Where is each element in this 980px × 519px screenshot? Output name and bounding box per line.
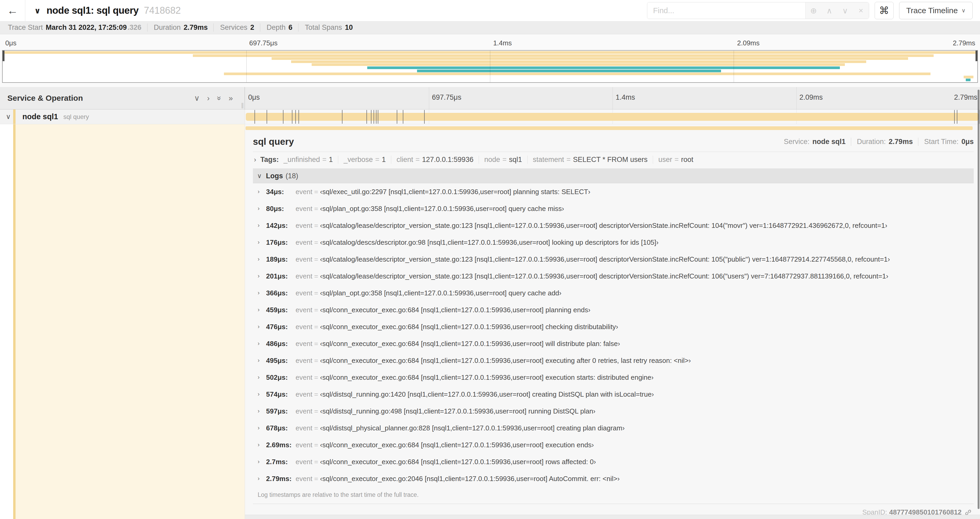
jaeger-trace-timeline-page: ← ∨ node sql1: sql query 7418682 ⊕ ∧ ∨ ×… [0, 0, 980, 519]
log-marker-tick [374, 110, 374, 124]
viewport-left-handle[interactable] [3, 51, 5, 61]
span-meta: Service:node sql1Duration:2.79msStart Ti… [784, 138, 974, 146]
log-entry[interactable]: ›597μs:event=‹sql/distsql_running.go:498… [253, 403, 974, 420]
log-entry[interactable]: ›366μs:event=‹sql/plan_opt.go:358 [nsql1… [253, 284, 974, 302]
ruler-tick-label: 697.75μs [246, 39, 278, 47]
log-marker-tick [397, 110, 397, 124]
minimap-span-bar [272, 57, 908, 60]
keyboard-shortcuts-button[interactable]: ⌘ [875, 2, 894, 19]
service-name: node sql1 [22, 112, 58, 121]
log-entry[interactable]: ›495μs:event=‹sql/conn_executor_exec.go:… [253, 352, 974, 369]
find-next-button[interactable]: ∨ [837, 2, 853, 19]
log-entry[interactable]: ›2.7ms:event=‹sql/conn_executor_exec.go:… [253, 454, 974, 470]
find-control: ⊕ ∧ ∨ × [647, 2, 869, 19]
log-timestamp: 201μs: [266, 272, 296, 280]
log-field-key: event [296, 374, 312, 382]
span-meta-value: 2.79ms [889, 138, 913, 146]
ruler-tick-label: 1.4ms [490, 39, 512, 47]
tags-label: Tags: [260, 156, 279, 164]
ruler-tick-label: 2.09ms [796, 93, 823, 102]
log-message: ‹sql/catalog/lease/descriptor_version_st… [320, 272, 888, 280]
timeline-collapse-one-button[interactable]: ∨ [194, 94, 200, 102]
chevron-right-icon: › [258, 289, 266, 296]
log-timestamp: 2.69ms: [266, 441, 296, 449]
log-marker-tick [957, 110, 957, 124]
locate-span-button[interactable]: ⊕ [806, 2, 821, 19]
trace-info-item: Duration2.79ms [147, 24, 208, 32]
log-entry[interactable]: ›486μs:event=‹sql/conn_executor_exec.go:… [253, 335, 974, 352]
tags-row[interactable]: › Tags: _unfinished=1_verbose=1client=12… [253, 152, 974, 166]
logs-header[interactable]: ∨ Logs (18) [253, 169, 974, 183]
log-entry[interactable]: ›34μs:event=‹sql/exec_util.go:2297 [nsql… [253, 183, 974, 200]
timeline-expand-all-button[interactable]: » [229, 94, 233, 102]
log-entry[interactable]: ›189μs:event=‹sql/catalog/lease/descript… [253, 251, 974, 268]
collapse-children-chevron-icon[interactable]: ∨ [6, 113, 11, 121]
top-bar-actions: ⊕ ∧ ∨ × ⌘ Trace Timeline ∨ [647, 2, 980, 19]
detail-left-column [0, 124, 245, 519]
log-entry[interactable]: ›176μs:event=‹sql/catalog/descs/descript… [253, 234, 974, 251]
log-marker-tick [342, 110, 342, 124]
log-field-key: event [296, 424, 312, 432]
log-equals: = [314, 222, 318, 230]
log-marker-tick [366, 110, 367, 124]
log-marker-tick [376, 110, 377, 124]
log-timestamp: 142μs: [266, 222, 296, 230]
viewport-right-handle[interactable] [975, 51, 977, 61]
span-duration-bar[interactable] [246, 113, 979, 121]
log-entry[interactable]: ›678μs:event=‹sql/distsql_physical_plann… [253, 420, 974, 436]
log-timestamp: 176μs: [266, 238, 296, 247]
log-message: ‹sql/conn_executor_exec.go:684 [nsql1,cl… [320, 374, 654, 382]
trace-minimap: 0μs697.75μs1.4ms2.09ms2.79ms [0, 34, 980, 87]
log-entry[interactable]: ›2.79ms:event=‹sql/conn_executor_exec.go… [253, 470, 974, 487]
tags-list: _unfinished=1_verbose=1client=127.0.0.1:… [283, 156, 693, 164]
minimap-span-bar [367, 67, 840, 69]
log-message: ‹sql/conn_executor_exec.go:2046 [nsql1,c… [320, 475, 620, 483]
log-equals: = [314, 204, 318, 213]
span-detail-section: sql query Service:node sql1Duration:2.79… [0, 124, 980, 519]
chevron-right-icon: › [258, 340, 266, 347]
minimap-canvas[interactable] [2, 50, 978, 83]
log-field-key: event [296, 407, 312, 415]
minimap-span-bar [291, 61, 866, 63]
log-entry[interactable]: ›574μs:event=‹sql/distsql_running.go:142… [253, 386, 974, 403]
log-message: ‹sql/exec_util.go:2297 [nsql1,client=127… [320, 188, 590, 196]
tag-equals: = [566, 156, 571, 164]
log-equals: = [314, 289, 318, 297]
log-entry[interactable]: ›502μs:event=‹sql/conn_executor_exec.go:… [253, 369, 974, 386]
log-entry[interactable]: ›2.69ms:event=‹sql/conn_executor_exec.go… [253, 436, 974, 454]
log-entry[interactable]: ›80μs:event=‹sql/plan_opt.go:358 [nsql1,… [253, 200, 974, 217]
log-field-key: event [296, 272, 312, 280]
chevron-up-icon: ∧ [826, 6, 832, 15]
log-timestamp: 495μs: [266, 356, 296, 365]
log-entry[interactable]: ›459μs:event=‹sql/conn_executor_exec.go:… [253, 302, 974, 318]
log-entry[interactable]: ›476μs:event=‹sql/conn_executor_exec.go:… [253, 318, 974, 335]
vertical-scrollbar[interactable] [978, 89, 980, 509]
trace-info-label: Depth [267, 24, 286, 32]
tag-item: _unfinished=1 [283, 156, 333, 164]
log-message: ‹sql/conn_executor_exec.go:684 [nsql1,cl… [320, 323, 618, 331]
logs-section: ∨ Logs (18) ›34μs:event=‹sql/exec_util.g… [253, 169, 974, 504]
tag-value: 1 [329, 156, 333, 164]
log-message: ‹sql/catalog/lease/descriptor_version_st… [320, 255, 890, 263]
find-prev-button[interactable]: ∧ [821, 2, 837, 19]
span-row-name-cell[interactable]: ∨ node sql1 sql query [0, 109, 245, 124]
log-entry[interactable]: ›142μs:event=‹sql/catalog/lease/descript… [253, 217, 974, 234]
find-input[interactable] [647, 2, 805, 19]
operation-name: sql query [63, 113, 89, 121]
log-field-key: event [296, 441, 312, 449]
log-entry[interactable]: ›201μs:event=‹sql/catalog/lease/descript… [253, 268, 974, 284]
column-resizer-handle[interactable]: || [241, 102, 243, 109]
tag-key: client [396, 156, 413, 164]
collapse-expand-controls: ∨›»» [194, 94, 233, 102]
timeline-expand-one-button[interactable]: › [207, 94, 210, 102]
span-bar-cell[interactable] [245, 109, 980, 124]
trace-view-selector[interactable]: Trace Timeline ∨ [899, 2, 973, 19]
timeline-collapse-all-button[interactable]: » [217, 94, 221, 102]
trace-info-label: Trace Start [8, 24, 43, 32]
ruler-tick-label: 2.79ms [954, 93, 977, 102]
log-message: ‹sql/catalog/descs/descriptor.go:98 [nsq… [320, 238, 659, 247]
find-clear-button[interactable]: × [853, 2, 869, 19]
collapse-trace-chevron-icon[interactable]: ∨ [34, 6, 41, 15]
trace-info-item: Trace StartMarch 31 2022, 17:25:09.326 [8, 24, 142, 32]
back-button[interactable]: ← [0, 0, 25, 21]
